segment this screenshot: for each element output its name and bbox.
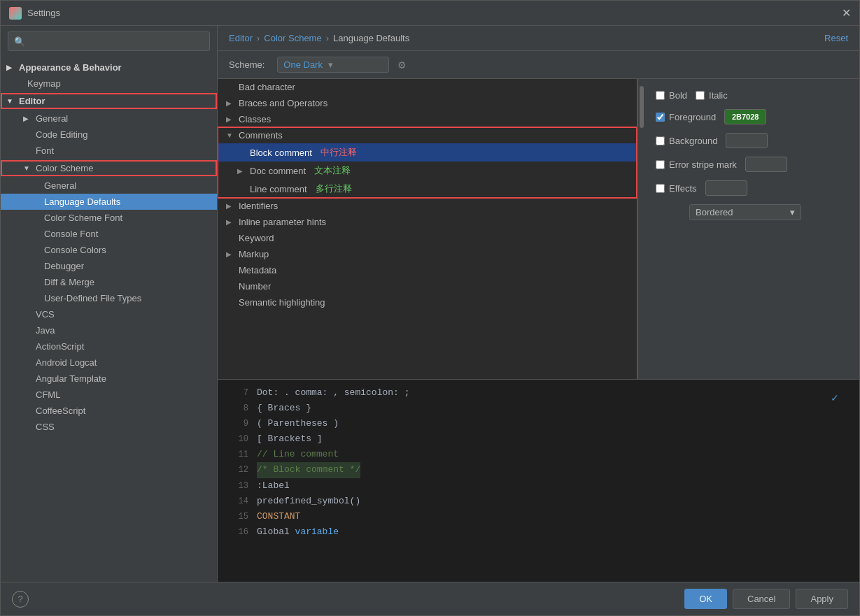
tree-item-line-comment[interactable]: Line comment 多行注释 (218, 180, 637, 198)
breadcrumb-sep-2: › (326, 33, 329, 43)
scheme-dropdown[interactable]: One Dark ▾ (277, 57, 389, 73)
line-number: 10 (229, 432, 248, 446)
sidebar-item-console-colors[interactable]: Console Colors (1, 242, 217, 258)
breadcrumb-editor[interactable]: Editor (229, 33, 253, 43)
sidebar-item-android-logcat[interactable]: Android Logcat (1, 354, 217, 371)
tree-item-metadata[interactable]: Metadata (218, 262, 637, 278)
code-content: /* Block comment */ (257, 462, 360, 478)
effects-checkbox-label[interactable]: Effects (656, 183, 697, 194)
tree-item-markup[interactable]: ▶ Markup (218, 246, 637, 262)
background-color-box[interactable] (726, 133, 768, 148)
sidebar-item-actionscript[interactable]: ActionScript (1, 338, 217, 354)
sidebar-item-angular-template[interactable]: Angular Template (1, 371, 217, 387)
tree-item-number[interactable]: Number (218, 278, 637, 294)
effects-type-dropdown[interactable]: Bordered ▾ (689, 204, 801, 220)
foreground-checkbox-label[interactable]: Foreground (656, 112, 716, 122)
tree-item-keyword[interactable]: Keyword (218, 230, 637, 246)
foreground-color-box[interactable]: 2B7028 (724, 109, 766, 124)
error-stripe-checkbox-label[interactable]: Error stripe mark (656, 159, 737, 170)
background-row: Background (656, 133, 848, 148)
tree-item-classes[interactable]: ▶ Classes (218, 111, 637, 127)
sidebar-item-font[interactable]: Font (1, 143, 217, 159)
code-line-13: 13 :Label (229, 478, 831, 494)
line-number: 7 (229, 386, 248, 400)
tree-item-braces[interactable]: ▶ Braces and Operators (218, 95, 637, 111)
tree-item-inline-hints[interactable]: ▶ Inline parameter hints (218, 214, 637, 230)
code-line-14: 14 predefined_symbol() (229, 494, 831, 509)
error-stripe-color-box[interactable] (745, 157, 787, 172)
sidebar-item-cs-general[interactable]: General (1, 178, 217, 194)
sidebar-item-java[interactable]: Java (1, 322, 217, 338)
gear-icon[interactable]: ⚙ (397, 59, 407, 71)
code-content: Dot: . comma: , semicolon: ; (257, 385, 409, 401)
code-line-8: 8 { Braces } (229, 401, 831, 416)
error-stripe-checkbox[interactable] (656, 160, 665, 169)
search-box[interactable]: 🔍 (8, 31, 210, 51)
line-number: 8 (229, 401, 248, 415)
sidebar-item-appearance[interactable]: ▶ Appearance & Behavior (1, 59, 217, 76)
window-title: Settings (27, 8, 60, 18)
code-line-7: 7 Dot: . comma: , semicolon: ; (229, 385, 831, 401)
sidebar-item-code-editing[interactable]: Code Editing (1, 127, 217, 143)
tree-item-doc-comment[interactable]: ▶ Doc comment 文本注释 (218, 162, 637, 180)
help-button[interactable]: ? (12, 591, 29, 608)
breadcrumb-color-scheme[interactable]: Color Scheme (264, 33, 321, 43)
scheme-bar: Scheme: One Dark ▾ ⚙ (218, 51, 859, 79)
sidebar-item-coffeescript[interactable]: CoffeeScript (1, 403, 217, 419)
tree-scrollbar-thumb (640, 86, 644, 128)
italic-checkbox-label[interactable]: Italic (696, 90, 728, 101)
background-checkbox-label[interactable]: Background (656, 136, 717, 146)
sidebar-item-vcs[interactable]: VCS (1, 306, 217, 322)
apply-button[interactable]: Apply (796, 589, 848, 609)
code-content: Global (257, 524, 295, 540)
chevron-down-icon: ▾ (790, 207, 795, 217)
preview-area: 7 Dot: . comma: , semicolon: ; 8 { Brace… (218, 379, 859, 582)
sidebar-item-debugger[interactable]: Debugger (1, 258, 217, 274)
expand-arrow-icon: ▶ (6, 64, 15, 71)
properties-panel: Bold Italic Foreground 2B7028 (644, 79, 859, 379)
ok-button[interactable]: OK (684, 589, 727, 609)
sidebar-item-cfml[interactable]: CFML (1, 387, 217, 403)
line-number: 12 (229, 463, 248, 477)
expand-arrow-icon: ▶ (226, 99, 234, 107)
tree-item-semantic-highlighting[interactable]: Semantic highlighting (218, 294, 637, 310)
sidebar-item-console-font[interactable]: Console Font (1, 226, 217, 242)
cancel-button[interactable]: Cancel (733, 589, 790, 609)
sidebar-item-language-defaults[interactable]: Language Defaults (1, 194, 217, 210)
effects-color-box[interactable] (705, 180, 747, 196)
sidebar: 🔍 ▶ Appearance & Behavior Keymap ▼ Edito… (1, 26, 218, 582)
sidebar-item-css[interactable]: CSS (1, 419, 217, 435)
block-comment-chinese: 中行注释 (320, 146, 357, 159)
line-number: 13 (229, 479, 248, 493)
search-input[interactable] (29, 36, 204, 47)
tree-item-identifiers[interactable]: ▶ Identifiers (218, 198, 637, 214)
expand-arrow-icon: ▼ (6, 97, 15, 105)
sidebar-item-user-defined[interactable]: User-Defined File Types (1, 290, 217, 306)
sidebar-item-keymap[interactable]: Keymap (1, 76, 217, 92)
sidebar-item-editor[interactable]: ▼ Editor (1, 93, 217, 109)
sidebar-item-color-scheme-font[interactable]: Color Scheme Font (1, 210, 217, 226)
tree-item-comments[interactable]: ▼ Comments (218, 127, 637, 143)
italic-checkbox[interactable] (696, 91, 705, 100)
expand-arrow-icon: ▶ (226, 250, 234, 258)
reset-button[interactable]: Reset (824, 33, 848, 43)
code-content: [ Brackets ] (257, 431, 323, 447)
bold-checkbox-label[interactable]: Bold (656, 90, 687, 101)
settings-window: Settings ✕ 🔍 ▶ Appearance & Behavior Key… (0, 0, 860, 616)
search-icon: 🔍 (14, 36, 25, 47)
code-content: CONSTANT (257, 509, 300, 524)
bold-checkbox[interactable] (656, 91, 665, 100)
sidebar-item-general[interactable]: ▶ General (1, 110, 217, 127)
sidebar-item-diff-merge[interactable]: Diff & Merge (1, 274, 217, 290)
sidebar-item-color-scheme[interactable]: ▼ Color Scheme (1, 160, 217, 176)
tree-scrollbar[interactable] (637, 79, 644, 379)
effects-checkbox[interactable] (656, 184, 665, 193)
tree-item-bad-char[interactable]: Bad character (218, 79, 637, 95)
foreground-checkbox[interactable] (656, 113, 665, 122)
code-content: predefined_symbol() (257, 494, 360, 509)
main-area: Bad character ▶ Braces and Operators ▶ C… (218, 79, 859, 379)
background-checkbox[interactable] (656, 136, 665, 145)
close-button[interactable]: ✕ (842, 6, 851, 20)
bottom-buttons: OK Cancel Apply (684, 589, 848, 609)
tree-item-block-comment[interactable]: Block comment 中行注释 (218, 143, 637, 162)
